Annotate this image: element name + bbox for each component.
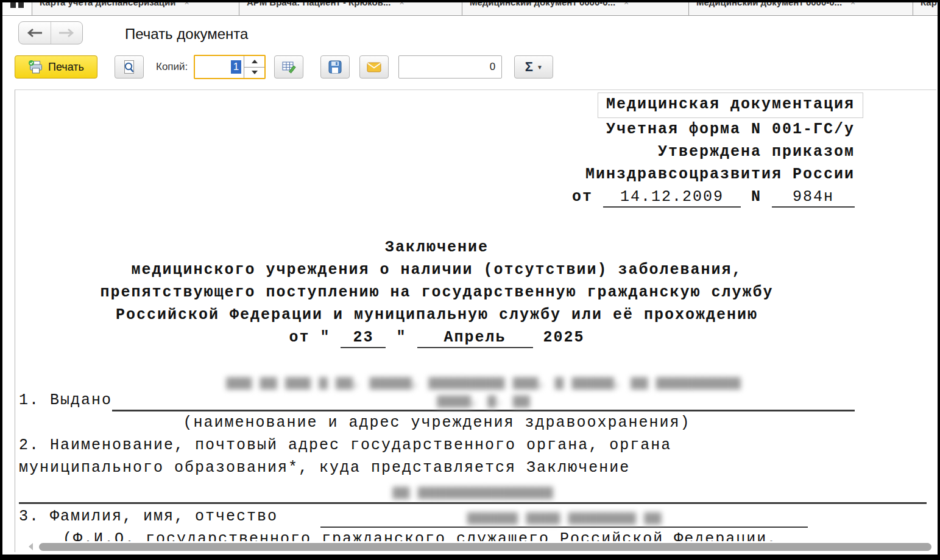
table-settings-button[interactable] <box>274 55 303 79</box>
tab-dispensary-card[interactable]: Карта учета диспансеризации × <box>32 2 239 16</box>
document-title-block: Заключение медицинского учреждения о нал… <box>19 236 855 349</box>
org-line-2: муниципального образования*, куда предст… <box>19 457 855 479</box>
close-icon[interactable]: × <box>850 2 855 7</box>
name-label: 3. Фамилия, имя, отчество <box>19 505 278 528</box>
save-button[interactable] <box>320 55 350 79</box>
selected-cell[interactable]: Медицинская документация <box>598 93 863 118</box>
copies-label: Копий: <box>156 61 188 73</box>
tab-label: АРМ Врача: Пациент - Крюков... <box>247 2 390 7</box>
section-organization: 2. Наименование, почтовый адрес государс… <box>19 434 855 504</box>
tab-medical-document-1[interactable]: Медицинский документ 0000-0... × <box>462 2 688 16</box>
page-title: Печать документа <box>125 26 248 43</box>
sigma-icon: Σ <box>525 59 533 75</box>
horizontal-scrollbar[interactable] <box>15 541 936 552</box>
table-edit-icon <box>281 60 297 74</box>
month-value: Апрель <box>417 328 533 348</box>
tab-label: Медицинский документ 0000-0... <box>696 2 842 7</box>
forward-button[interactable] <box>51 22 83 44</box>
sum-dropdown-button[interactable]: Σ ▼ <box>514 55 553 79</box>
conclusion-date-line: от " 23 " Апрель 2025 <box>19 326 855 349</box>
tab-label: Кар <box>921 2 937 7</box>
approved-line: Утверждена приказом <box>19 141 855 163</box>
tab-bar: Карта учета диспансеризации × АРМ Врача:… <box>2 2 938 16</box>
envelope-icon <box>367 62 381 72</box>
title-line: препятствующего поступлению на государст… <box>19 281 855 304</box>
document-content: Медицинская документация Учетная форма N… <box>15 90 855 550</box>
preview-icon <box>122 60 136 75</box>
arrow-right-icon <box>58 28 75 38</box>
form-number-line: Учетная форма N 001-ГС/у <box>19 118 855 141</box>
email-button[interactable] <box>359 55 389 79</box>
title-line: медицинского учреждения о наличии (отсут… <box>19 259 855 281</box>
triangle-up-icon <box>252 60 258 63</box>
floppy-disk-icon <box>328 60 342 74</box>
redacted-text: ▆▆▆ ▆▆ ▆▆▆ ▆ ▆▆, ▆▆▆▆▆, ▆▆▆▆▆▆▆▆▆ ▆▆▆, ▆… <box>112 373 855 391</box>
redacted-text: ▆▆▆▆, ▆. ▆▆ <box>112 391 855 410</box>
scroll-left-icon[interactable] <box>29 543 33 550</box>
year-value: 2025 <box>543 329 585 346</box>
print-button-label: Печать <box>48 61 84 74</box>
tab-medical-document-2[interactable]: Медицинский документ 0000-0... × <box>688 2 913 16</box>
close-icon[interactable]: × <box>399 2 404 7</box>
redacted-text: ▆▆▆▆▆▆ ▆▆▆▆ ▆▆▆▆▆▆▆▆ ▆▆ <box>467 509 661 525</box>
copies-spinner[interactable]: 1 <box>194 55 266 79</box>
close-icon[interactable]: × <box>624 2 629 7</box>
day-value: 23 <box>341 328 386 348</box>
printer-icon <box>28 60 43 74</box>
section-full-name: 3. Фамилия, имя, отчество ▆▆▆▆▆▆ ▆▆▆▆ ▆▆… <box>19 505 855 528</box>
triangle-down-icon <box>252 71 258 74</box>
toolbar: Печать Копий: 1 <box>15 55 553 79</box>
history-nav-group <box>18 21 83 44</box>
copies-value[interactable]: 1 <box>231 60 241 74</box>
redacted-text: ▆▆ ▆▆▆▆▆▆▆▆▆▆▆▆▆▆▆▆ <box>392 484 553 500</box>
tab-label: Карта учета диспансеризации <box>40 2 175 7</box>
document-preview-area[interactable]: Медицинская документация Учетная форма N… <box>15 89 936 552</box>
section-issued-by: 1. Выдано ▆▆▆ ▆▆ ▆▆▆ ▆ ▆▆, ▆▆▆▆▆, ▆▆▆▆▆▆… <box>19 373 855 411</box>
scrollbar-thumb[interactable] <box>39 543 931 551</box>
close-icon[interactable]: × <box>184 2 189 7</box>
chevron-down-icon: ▼ <box>537 64 543 71</box>
arrow-left-icon <box>26 28 43 38</box>
counter-value: 0 <box>490 61 495 73</box>
order-number-value: 984н <box>772 187 855 208</box>
document-header-right: Медицинская документация Учетная форма N… <box>19 93 855 208</box>
print-button[interactable]: Печать <box>15 55 97 79</box>
preview-button[interactable] <box>115 55 144 79</box>
org-value-line: ▆▆ ▆▆▆▆▆▆▆▆▆▆▆▆▆▆▆▆ <box>19 481 927 504</box>
spinner-up-button[interactable] <box>244 56 264 68</box>
spinner-down-button[interactable] <box>244 68 264 79</box>
title-line: Российской Федерации и муниципальную слу… <box>19 304 855 326</box>
org-line-1: 2. Наименование, почтовый адрес государс… <box>19 434 855 457</box>
print-document-window: Карта учета диспансеризации × АРМ Врача:… <box>0 0 940 560</box>
issued-label: 1. Выдано <box>19 389 112 411</box>
issued-value-line: ▆▆▆ ▆▆ ▆▆▆ ▆ ▆▆, ▆▆▆▆▆, ▆▆▆▆▆▆▆▆▆ ▆▆▆, ▆… <box>112 373 855 411</box>
counter-field[interactable]: 0 <box>398 55 502 79</box>
back-button[interactable] <box>19 22 51 44</box>
title-line: Заключение <box>19 236 855 259</box>
tab-partial[interactable]: Кар <box>913 2 938 16</box>
tab-label: Медицинский документ 0000-0... <box>470 2 615 7</box>
tab-arm-doctor[interactable]: АРМ Врача: Пациент - Крюков... × <box>239 2 462 16</box>
issued-caption: (наименование и адрес учреждения здравоо… <box>19 411 855 434</box>
ministry-line: Минздравсоцразвития России <box>19 163 855 186</box>
name-value-line: ▆▆▆▆▆▆ ▆▆▆▆ ▆▆▆▆▆▆▆▆ ▆▆ <box>320 508 808 528</box>
app-menu-icon[interactable] <box>2 2 32 15</box>
order-date-line: от 14.12.2009 N 984н <box>19 186 855 208</box>
order-date-value: 14.12.2009 <box>603 187 741 208</box>
